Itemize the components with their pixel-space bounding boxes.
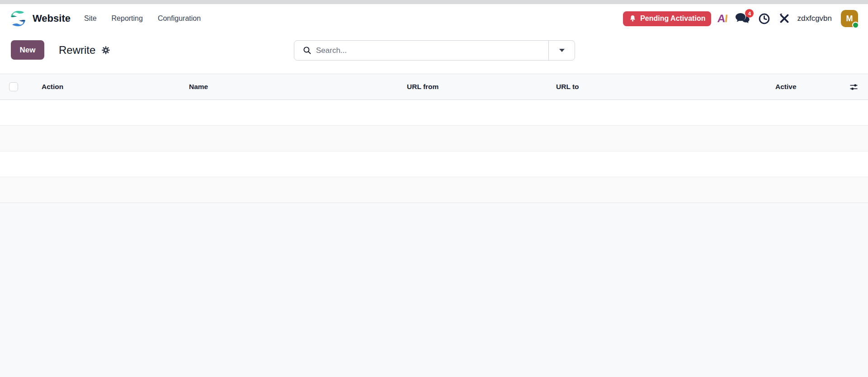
- tools-icon[interactable]: [778, 13, 790, 24]
- user-avatar[interactable]: M: [841, 10, 858, 27]
- table-body: [0, 100, 868, 203]
- username[interactable]: zdxfcgvbn: [797, 14, 832, 23]
- search-icon: [303, 46, 311, 55]
- search-dropdown-toggle[interactable]: [548, 41, 575, 60]
- control-panel: New Rewrite: [0, 33, 868, 74]
- menu-item-reporting[interactable]: Reporting: [112, 14, 143, 23]
- menu-item-configuration[interactable]: Configuration: [158, 14, 201, 23]
- avatar-initial: M: [846, 14, 853, 24]
- activities-clock-icon[interactable]: [758, 13, 770, 25]
- pending-activation-button[interactable]: Pending Activation: [623, 11, 711, 26]
- column-header-name[interactable]: Name: [181, 74, 398, 99]
- systray: Pending Activation AI 4 zdxfcgvbn: [623, 10, 858, 27]
- main-navbar: Website Site Reporting Configuration Pen…: [0, 4, 868, 33]
- table-header: Action Name URL from URL to Active: [0, 74, 868, 100]
- optional-columns-sliders-icon[interactable]: [841, 74, 868, 99]
- top-edge-strip: [0, 0, 868, 4]
- column-header-active[interactable]: Active: [769, 74, 841, 99]
- select-all-checkbox[interactable]: [9, 82, 18, 91]
- menu-item-site[interactable]: Site: [84, 14, 97, 23]
- table-row[interactable]: [0, 126, 868, 151]
- page-title: Rewrite: [59, 44, 95, 57]
- table-row[interactable]: [0, 177, 868, 203]
- app-name[interactable]: Website: [33, 13, 71, 24]
- messages-icon[interactable]: 4: [735, 12, 750, 25]
- column-header-url-from[interactable]: URL from: [398, 74, 547, 99]
- gear-icon[interactable]: [101, 46, 110, 55]
- online-status-dot: [852, 22, 859, 28]
- column-header-url-to[interactable]: URL to: [547, 74, 769, 99]
- ai-icon[interactable]: AI: [717, 13, 728, 24]
- new-button[interactable]: New: [11, 40, 44, 60]
- column-header-action[interactable]: Action: [25, 74, 181, 99]
- caret-down-icon: [559, 49, 565, 52]
- search-input[interactable]: [316, 46, 548, 55]
- search-bar: [294, 40, 575, 61]
- table-row[interactable]: [0, 100, 868, 126]
- messages-count-badge: 4: [745, 9, 754, 18]
- bell-icon: [629, 14, 637, 23]
- pending-activation-label: Pending Activation: [640, 14, 705, 23]
- website-logo[interactable]: [9, 10, 27, 27]
- page-background: [0, 203, 868, 377]
- table-row[interactable]: [0, 151, 868, 177]
- app-menu: Site Reporting Configuration: [84, 14, 216, 23]
